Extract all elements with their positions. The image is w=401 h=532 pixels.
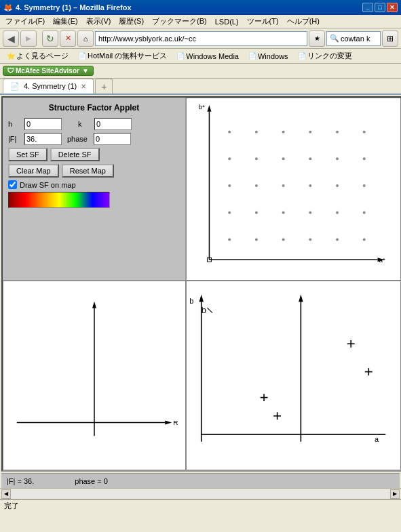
recip-map[interactable]: a* b* (186, 98, 401, 281)
reset-map-button[interactable]: Reset Map (62, 164, 114, 178)
button-row-1: Set SF Delete SF (8, 148, 180, 161)
tab-close-icon[interactable]: ✕ (81, 83, 86, 90)
recip-map-svg: a* b* (187, 98, 400, 280)
back-button[interactable]: ◀ (3, 30, 19, 47)
scrollbar-right-btn[interactable]: ▶ (390, 489, 400, 499)
forward-button[interactable]: ▶ (20, 30, 37, 47)
h-row: h k (8, 118, 180, 130)
phase-input[interactable] (94, 133, 131, 145)
draw-sf-label: Draw SF on map (20, 181, 76, 189)
menu-bookmarks[interactable]: ブックマーク(B) (148, 16, 211, 27)
f-label: |F| (8, 135, 22, 143)
main-content: Structure Factor Applet h k |F| phase Se… (0, 95, 401, 488)
applet-statusbar: |F| = 36. phase = 0 (1, 473, 400, 488)
real-space-panel[interactable]: R (3, 281, 186, 470)
grid-button[interactable]: ⊞ (382, 30, 398, 47)
svg-marker-3 (207, 105, 211, 112)
svg-point-9 (363, 131, 366, 134)
search-text: cowtan k (341, 35, 370, 43)
menu-file[interactable]: ファイル(F) (1, 16, 49, 27)
h-input[interactable] (24, 118, 62, 130)
svg-marker-42 (199, 295, 204, 302)
electron-density-svg: a b b (187, 281, 400, 470)
delete-sf-button[interactable]: Delete SF (50, 148, 100, 161)
svg-point-7 (309, 131, 311, 134)
k-input[interactable] (94, 118, 132, 130)
draw-sf-checkbox[interactable] (8, 180, 17, 189)
svg-marker-37 (165, 421, 172, 425)
svg-point-23 (255, 211, 258, 214)
svg-point-12 (282, 157, 285, 160)
svg-point-6 (282, 131, 285, 134)
svg-point-30 (282, 238, 285, 241)
mcafee-dropdown-icon[interactable]: ▼ (82, 67, 89, 75)
electron-density-panel[interactable]: a b b (186, 281, 401, 470)
f-input[interactable] (24, 133, 62, 145)
svg-point-31 (309, 238, 311, 241)
address-go-button[interactable]: ★ (309, 30, 325, 47)
titlebar-controls[interactable]: _ □ ✕ (362, 3, 398, 12)
search-bar[interactable]: 🔍 cowtan k (326, 31, 381, 46)
minimize-button[interactable]: _ (362, 3, 373, 12)
status-text: 完了 (4, 501, 19, 511)
clear-map-button[interactable]: Clear Map (8, 164, 59, 178)
svg-point-28 (228, 238, 231, 241)
bookmark-favorites[interactable]: ⭐ よく見るページ (3, 50, 73, 62)
svg-line-52 (207, 308, 212, 313)
titlebar: 🦊 4. Symmetry (1) – Mozilla Firefox _ □ … (0, 0, 401, 15)
menu-edit[interactable]: 編集(E) (49, 16, 82, 27)
menu-help[interactable]: ヘルプ(H) (283, 16, 324, 27)
bottom-statusbar: 完了 (0, 499, 401, 511)
svg-point-24 (282, 211, 285, 214)
dot-grid (228, 131, 365, 241)
active-tab[interactable]: 📄 4. Symmetry (1) ✕ (3, 79, 94, 94)
applet-title: Structure Factor Applet (8, 103, 180, 112)
svg-point-15 (363, 157, 366, 160)
bottom-right-y: b (189, 297, 193, 305)
titlebar-title: 4. Symmetry (1) – Mozilla Firefox (16, 3, 132, 12)
k-label: k (78, 120, 92, 128)
svg-point-19 (309, 184, 311, 187)
bookmark-links[interactable]: 📄 リンクの変更 (294, 50, 356, 62)
svg-point-8 (336, 131, 339, 134)
phase-status: phase = 0 (75, 477, 108, 485)
menu-lsd[interactable]: LSD(L) (211, 17, 243, 26)
scrollbar-left-btn[interactable]: ◀ (1, 489, 11, 499)
menu-tools[interactable]: ツール(T) (243, 16, 283, 27)
bottom-right-x: a (375, 435, 379, 443)
mcafee-bar: 🛡 McAfee SiteAdvisor ▼ (0, 64, 401, 79)
reload-button[interactable]: ↻ (42, 30, 58, 47)
control-panel: Structure Factor Applet h k |F| phase Se… (3, 98, 186, 281)
bookmark-icon-4: 📄 (298, 52, 306, 60)
menu-view[interactable]: 表示(V) (82, 16, 115, 27)
svg-point-26 (336, 211, 339, 214)
maximize-button[interactable]: □ (375, 3, 385, 12)
svg-point-25 (309, 211, 311, 214)
bookmark-wm[interactable]: 📄 Windows Media (172, 52, 243, 61)
svg-point-11 (255, 157, 258, 160)
menu-history[interactable]: 履歴(S) (115, 16, 148, 27)
home-button[interactable]: ⌂ (77, 30, 94, 47)
address-bar[interactable]: http://www.ysblyork.ac.uk/~cc (95, 31, 307, 46)
scrollbar-area: ◀ ▶ (0, 488, 401, 499)
bookmark-icon-1: 📄 (78, 52, 86, 60)
svg-point-13 (309, 157, 311, 160)
phase-label: phase (67, 135, 91, 143)
tab-icon: 📄 (10, 82, 20, 91)
titlebar-left: 🦊 4. Symmetry (1) – Mozilla Firefox (3, 3, 132, 12)
scrollbar-track[interactable] (11, 489, 390, 499)
svg-point-32 (336, 238, 339, 241)
close-button[interactable]: ✕ (387, 3, 398, 12)
new-tab-button[interactable]: + (95, 79, 113, 94)
bookmark-hotmail[interactable]: 📄 HotMail の無料サービス (74, 50, 171, 62)
bookmarks-bar: ⭐ よく見るページ 📄 HotMail の無料サービス 📄 Windows Me… (0, 49, 401, 64)
button-row-2: Clear Map Reset Map (8, 164, 180, 178)
recip-x-label: a* (379, 256, 386, 264)
set-sf-button[interactable]: Set SF (8, 148, 47, 161)
applet-container: Structure Factor Applet h k |F| phase Se… (1, 96, 401, 472)
bookmark-windows[interactable]: 📄 Windows (244, 52, 292, 61)
svg-point-21 (363, 184, 366, 187)
toolbar: ◀ ▶ ↻ ✕ ⌂ http://www.ysblyork.ac.uk/~cc … (0, 28, 401, 49)
mcafee-button[interactable]: 🛡 McAfee SiteAdvisor ▼ (3, 66, 94, 76)
stop-button[interactable]: ✕ (60, 30, 76, 47)
